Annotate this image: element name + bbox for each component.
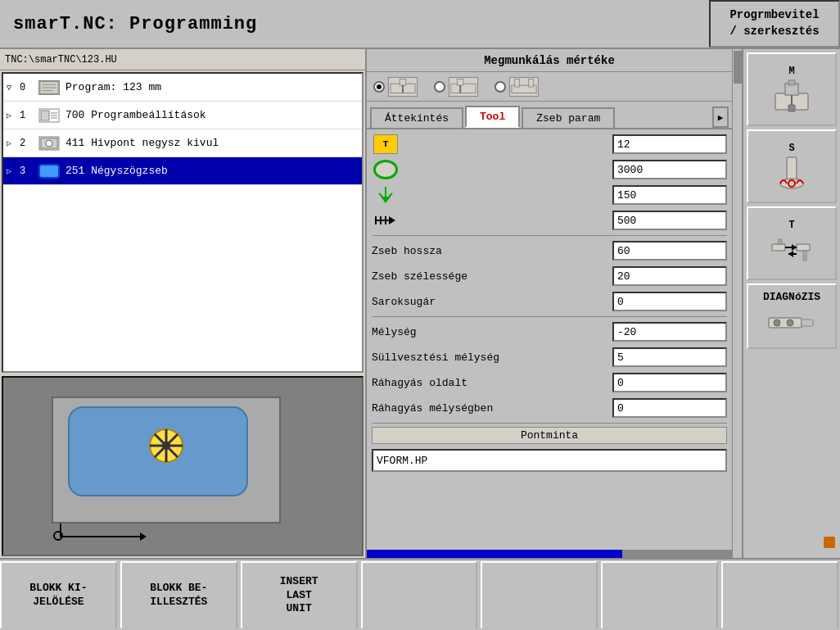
param-label-melyseg: Mélység bbox=[372, 326, 612, 338]
btn-blokk-kijeloles[interactable]: BLOKK KI-JELÖLÉSE bbox=[0, 561, 117, 628]
btn-diagnozis[interactable]: DIAGNóZIS bbox=[747, 283, 837, 349]
axis-origin bbox=[53, 531, 63, 541]
param-row-s bbox=[372, 158, 727, 181]
param-row-zseb-hossza: Zseb hossza bbox=[372, 239, 727, 262]
radio-3[interactable] bbox=[495, 81, 506, 93]
tree-row-2[interactable]: ▷ 2 411 Hivpont negysz kivul bbox=[3, 129, 362, 157]
param-row-sullyesztesi: Süllvesztési mélység bbox=[372, 346, 727, 369]
tab-attekintes[interactable]: Áttekintés bbox=[370, 107, 463, 128]
btn-diagnozis-icon-area bbox=[767, 303, 816, 342]
svg-marker-52 bbox=[788, 251, 793, 257]
svg-rect-54 bbox=[802, 320, 813, 326]
row-icon-0 bbox=[38, 79, 61, 97]
param-value-sullyesztesi[interactable] bbox=[612, 347, 727, 367]
preview-area bbox=[2, 376, 364, 556]
row-icon-3 bbox=[38, 162, 61, 180]
radio-2[interactable] bbox=[434, 81, 445, 93]
row-label-3: 251 Négyszögzseb bbox=[65, 165, 168, 177]
btn-t[interactable]: T bbox=[747, 206, 837, 280]
btn-4[interactable] bbox=[361, 561, 478, 628]
param-icon-s bbox=[372, 159, 400, 180]
tree-row-3[interactable]: ▷ 3 251 Négyszögzseb bbox=[3, 157, 362, 185]
expand-icon-1: ▷ bbox=[7, 111, 20, 120]
param-icon-t: T bbox=[372, 134, 400, 155]
param-value-s[interactable] bbox=[612, 160, 727, 179]
tab-zseb-param[interactable]: Zseb param bbox=[522, 107, 615, 128]
btn-s-label: S bbox=[788, 143, 794, 154]
param-label-zseb-szelessege: Zseb szélessége bbox=[372, 270, 612, 283]
top-right-label: Progrmbevitel/ szerkesztés bbox=[729, 7, 819, 39]
machine-type-option-3[interactable] bbox=[495, 77, 539, 97]
svg-point-11 bbox=[46, 140, 52, 147]
param-icon-f-horiz bbox=[372, 210, 400, 231]
row-num-2: 2 bbox=[20, 138, 38, 149]
machine-type-option-1[interactable] bbox=[373, 77, 418, 97]
file-path-bar: TNC:\smarTNC\123.HU bbox=[0, 49, 365, 70]
btn-s[interactable]: S bbox=[747, 129, 837, 203]
param-value-pontminta[interactable] bbox=[372, 449, 727, 472]
machine-type-option-2[interactable] bbox=[434, 77, 478, 97]
f-down-icon bbox=[373, 185, 398, 205]
scroll-thumb[interactable] bbox=[734, 51, 742, 84]
param-value-f-horiz[interactable] bbox=[612, 211, 727, 230]
btn-diagnozis-label: DIAGNóZIS bbox=[763, 291, 820, 303]
param-label-saroksugár: Saroksugár bbox=[372, 296, 612, 308]
tabs-row: Áttekintés Tool Zseb param ▶ bbox=[367, 102, 732, 129]
param-icon-f-down bbox=[372, 184, 400, 206]
param-value-zseb-szelessege[interactable] bbox=[612, 266, 727, 286]
param-row-f-down bbox=[372, 184, 727, 206]
svg-marker-50 bbox=[792, 244, 797, 251]
param-value-f-down[interactable] bbox=[612, 185, 727, 205]
param-value-rahagyas-oldalt[interactable] bbox=[612, 373, 727, 392]
param-label-zseb-hossza: Zseb hossza bbox=[372, 245, 612, 257]
row-num-0: 0 bbox=[20, 82, 38, 93]
tab-arrow[interactable]: ▶ bbox=[712, 107, 729, 128]
left-panel: TNC:\smarTNC\123.HU ▽ 0 bbox=[0, 49, 367, 558]
param-value-melyseg[interactable] bbox=[612, 322, 727, 342]
param-label-rahagyas-melysgeben: Ráhagyás mélységben bbox=[372, 402, 612, 415]
far-right-panel: M S bbox=[742, 49, 840, 558]
divider-2 bbox=[372, 316, 727, 317]
tab-tool[interactable]: Tool bbox=[465, 106, 520, 128]
tree-row-1[interactable]: ▷ 1 700 Programbeállítások bbox=[3, 102, 362, 129]
param-row-rahagyas-melysgeben: Ráhagyás mélységben bbox=[372, 397, 727, 419]
btn-blokk-beillesztes[interactable]: BLOKK BE-ILLESZTÉS bbox=[120, 561, 237, 628]
param-value-zseb-hossza[interactable] bbox=[612, 241, 727, 261]
radio-1[interactable] bbox=[373, 81, 385, 93]
svg-point-18 bbox=[162, 442, 170, 450]
params-header: Megmunkálás mértéke bbox=[367, 49, 732, 72]
param-row-melyseg: Mélység bbox=[372, 320, 727, 343]
expand-icon-3: ▷ bbox=[7, 166, 20, 176]
scrollbar[interactable] bbox=[732, 49, 742, 558]
btn-m[interactable]: M bbox=[747, 52, 837, 126]
params-body: T bbox=[367, 129, 732, 550]
row-icon-2 bbox=[38, 134, 61, 152]
param-row-f-horiz bbox=[372, 209, 727, 232]
progress-bar-container bbox=[367, 550, 732, 558]
btn-insert-last-unit[interactable]: INSERTLASTUNIT bbox=[241, 561, 358, 628]
params-panel: Megmunkálás mértéke bbox=[367, 49, 742, 558]
row-label-1: 700 Programbeállítások bbox=[65, 109, 206, 121]
btn-insert-last-unit-label: INSERTLASTUNIT bbox=[280, 575, 318, 617]
btn-s-icon-area bbox=[767, 154, 816, 193]
tree-row-0[interactable]: ▽ 0 Program: 123 mm bbox=[3, 74, 362, 102]
axis-x bbox=[60, 536, 142, 537]
btn-7[interactable] bbox=[721, 561, 838, 628]
program-tree: ▽ 0 Program: 123 mm ▷ bbox=[2, 72, 364, 373]
btn-5[interactable] bbox=[481, 561, 598, 628]
param-value-saroksugár[interactable] bbox=[612, 292, 727, 311]
svg-rect-23 bbox=[457, 79, 463, 85]
svg-rect-5 bbox=[41, 111, 49, 120]
param-value-t[interactable] bbox=[612, 134, 727, 154]
preview-canvas bbox=[27, 388, 338, 544]
divider-1 bbox=[372, 235, 727, 236]
main-container: TNC:\smarTNC\123.HU ▽ 0 bbox=[0, 49, 840, 558]
row-label-0: Program: 123 mm bbox=[65, 81, 161, 93]
btn-m-icon-area bbox=[767, 77, 816, 116]
f-horiz-icon bbox=[373, 211, 398, 230]
expand-icon-0: ▽ bbox=[7, 83, 20, 93]
machine-icon-2 bbox=[449, 77, 478, 97]
param-value-rahagyas-melysgeben[interactable] bbox=[612, 398, 727, 418]
param-row-rahagyas-oldalt: Ráhagyás oldalt bbox=[372, 371, 727, 394]
btn-6[interactable] bbox=[601, 561, 718, 628]
